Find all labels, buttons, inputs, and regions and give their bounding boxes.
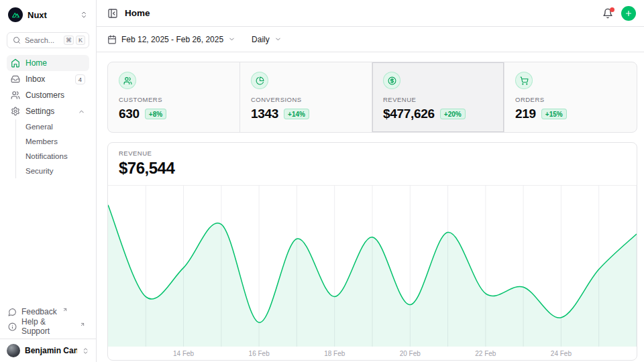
- chevrons-up-down-icon: [82, 347, 89, 355]
- topbar: Home: [97, 0, 644, 27]
- stat-delta-badge: +20%: [440, 109, 466, 119]
- x-tick-label: 20 Feb: [400, 350, 421, 357]
- sidebar-item-customers[interactable]: Customers: [7, 87, 89, 103]
- users-icon: [119, 72, 136, 89]
- sidebar-item-notifications[interactable]: Notifications: [25, 149, 89, 164]
- stat-value: 630: [119, 107, 140, 121]
- stat-value: 1343: [251, 107, 278, 121]
- sidebar-footer-links: Feedback Help & Support: [0, 304, 96, 339]
- stat-card-orders[interactable]: ORDERS 219 +15%: [504, 62, 637, 132]
- sidebar-item-label: Home: [25, 58, 85, 68]
- period-label: Daily: [252, 35, 270, 44]
- plus-icon: [625, 9, 633, 17]
- arrow-up-right-icon: [80, 322, 85, 327]
- x-tick-label: 14 Feb: [173, 350, 194, 357]
- sub-item-label: Security: [25, 167, 54, 175]
- sidebar-top: Nuxt Search... ⌘ K: [0, 0, 96, 48]
- sidebar-item-members[interactable]: Members: [25, 134, 89, 149]
- chevrons-up-down-icon: [80, 11, 88, 19]
- notifications-button[interactable]: [602, 8, 613, 19]
- user-menu[interactable]: Benjamin Canac: [0, 339, 96, 362]
- chevron-down-icon: [228, 36, 235, 43]
- x-tick-label: 22 Feb: [475, 350, 496, 357]
- notification-dot: [610, 7, 614, 12]
- gear-icon: [11, 107, 20, 116]
- inbox-count-badge: 4: [75, 74, 85, 84]
- main-panel: Home Feb 12, 2025 - Feb 26, 2025 Daily: [97, 0, 644, 362]
- sidebar-item-inbox[interactable]: Inbox 4: [7, 71, 89, 87]
- chart-x-axis: 14 Feb16 Feb18 Feb20 Feb22 Feb24 Feb: [108, 347, 637, 360]
- page-title: Home: [125, 8, 602, 18]
- user-name: Benjamin Canac: [25, 346, 77, 355]
- sidebar-item-home[interactable]: Home: [7, 55, 89, 71]
- sidebar-item-label: Inbox: [25, 74, 70, 84]
- stat-card-revenue[interactable]: REVENUE $477,626 +20%: [372, 62, 504, 132]
- sidebar-item-general[interactable]: General: [25, 119, 89, 134]
- app-window: Nuxt Search... ⌘ K H: [0, 0, 644, 362]
- k-kbd: K: [76, 36, 85, 45]
- avatar: [7, 344, 20, 357]
- sidebar-nav: Home Inbox 4 Customers Settings: [0, 48, 96, 304]
- sidebar-item-label: Settings: [25, 107, 72, 116]
- stats-row: CUSTOMERS 630 +8% CONVERSIONS 1343 +14%: [107, 62, 637, 133]
- sidebar: Nuxt Search... ⌘ K H: [0, 0, 97, 362]
- nuxt-logo: [8, 7, 23, 22]
- panel-left-close-icon[interactable]: [107, 8, 118, 19]
- stat-card-customers[interactable]: CUSTOMERS 630 +8%: [108, 62, 240, 132]
- stat-value: $477,626: [383, 107, 435, 121]
- stat-value: 219: [515, 107, 536, 121]
- message-circle-icon: [8, 308, 17, 316]
- add-new-button[interactable]: [621, 6, 636, 21]
- revenue-area-chart[interactable]: [108, 186, 637, 347]
- workspace-name: Nuxt: [28, 10, 75, 20]
- chevron-down-icon: [274, 36, 282, 43]
- toolbar: Feb 12, 2025 - Feb 26, 2025 Daily: [97, 27, 644, 52]
- sidebar-item-label: Customers: [25, 90, 85, 100]
- stat-delta-badge: +15%: [541, 109, 567, 119]
- circle-dollar-icon: [383, 72, 400, 89]
- stat-delta-badge: +14%: [284, 109, 309, 119]
- sub-item-label: General: [25, 123, 53, 131]
- link-label: Help & Support: [21, 317, 74, 336]
- users-icon: [11, 90, 20, 100]
- stat-label: CONVERSIONS: [251, 96, 361, 103]
- x-tick-label: 16 Feb: [249, 350, 270, 357]
- calendar-icon: [107, 35, 117, 44]
- date-range-picker[interactable]: Feb 12, 2025 - Feb 26, 2025: [107, 35, 235, 44]
- stat-label: ORDERS: [515, 96, 626, 103]
- revenue-chart-card: REVENUE $76,544 14 Feb16 Feb18 Feb20 Feb…: [107, 142, 637, 361]
- x-tick-label: 18 Feb: [324, 350, 345, 357]
- sub-item-label: Members: [25, 137, 58, 145]
- content: CUSTOMERS 630 +8% CONVERSIONS 1343 +14%: [97, 52, 644, 361]
- x-tick-label: 24 Feb: [551, 350, 572, 357]
- inbox-icon: [11, 74, 20, 84]
- cart-icon: [515, 72, 533, 89]
- chart-header: REVENUE $76,544: [108, 143, 637, 186]
- chart-total-value: $76,544: [119, 159, 626, 178]
- home-icon: [11, 58, 20, 68]
- search-icon: [13, 36, 21, 44]
- sub-item-label: Notifications: [25, 152, 68, 160]
- search-input[interactable]: Search... ⌘ K: [7, 32, 89, 48]
- pie-chart-icon: [251, 72, 268, 89]
- stat-delta-badge: +8%: [145, 109, 166, 119]
- meta-kbd: ⌘: [64, 36, 74, 45]
- workspace-switcher[interactable]: Nuxt: [7, 6, 89, 23]
- search-shortcut: ⌘ K: [64, 36, 85, 45]
- chart-title: REVENUE: [119, 149, 626, 157]
- stat-label: REVENUE: [383, 96, 493, 103]
- stat-card-conversions[interactable]: CONVERSIONS 1343 +14%: [240, 62, 372, 132]
- chevron-up-icon: [78, 108, 85, 115]
- stat-label: CUSTOMERS: [119, 96, 229, 103]
- arrow-up-right-icon: [62, 307, 68, 312]
- settings-submenu: General Members Notifications Security: [15, 119, 89, 178]
- date-range-label: Feb 12, 2025 - Feb 26, 2025: [121, 35, 223, 44]
- info-icon: [8, 322, 17, 331]
- sidebar-item-settings[interactable]: Settings: [7, 103, 89, 119]
- help-support-link[interactable]: Help & Support: [7, 319, 89, 334]
- period-select[interactable]: Daily: [252, 35, 282, 44]
- sidebar-item-security[interactable]: Security: [25, 164, 89, 178]
- search-placeholder: Search...: [25, 36, 60, 44]
- link-label: Feedback: [21, 307, 57, 316]
- area-chart-svg: [108, 186, 637, 347]
